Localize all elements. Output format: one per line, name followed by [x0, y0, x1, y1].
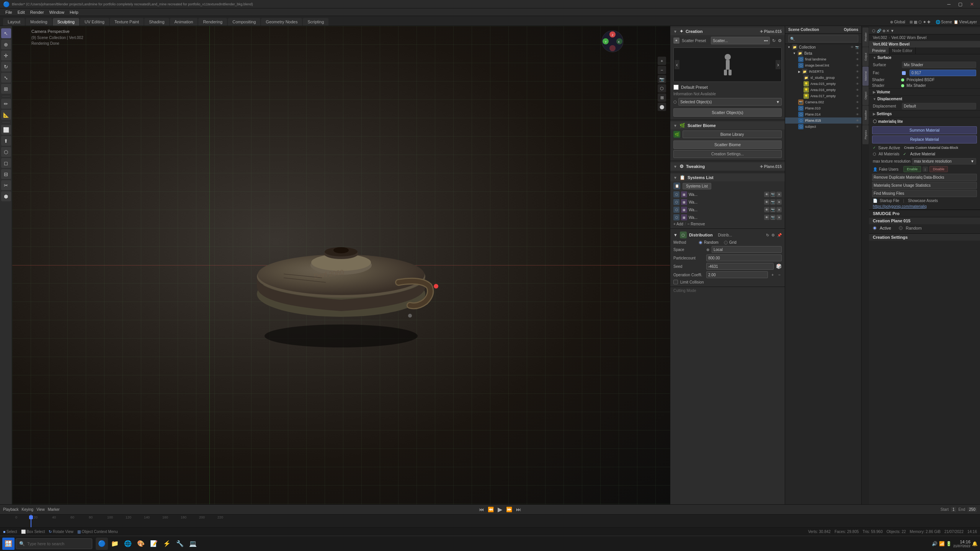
outliner-item-studio[interactable]: 📁 sl_studio_group 👁 [785, 75, 861, 81]
poly-build-tool[interactable]: ⬢ [1, 191, 11, 201]
prop-tab-material[interactable]: Material [862, 67, 869, 86]
viewport[interactable]: Dorf 2060 [12, 26, 670, 504]
viewport-gizmo[interactable]: Z Y X [601, 30, 624, 53]
surface-title[interactable]: ▼ Surface [869, 54, 980, 61]
close-btn[interactable]: ✕ [967, 1, 977, 8]
sys-vis-4[interactable]: 👁 [764, 215, 769, 220]
menu-render[interactable]: Render [28, 9, 46, 15]
eye-icon-2[interactable]: 👁 [856, 52, 859, 55]
select-tool[interactable]: ↖ [1, 28, 11, 38]
fac-value[interactable]: 0.917 [910, 70, 976, 76]
replace-material-btn[interactable]: Replace Material [872, 135, 977, 143]
taskbar-app2[interactable]: 🔧 [174, 538, 186, 550]
taskbar-notepad[interactable]: 📝 [148, 538, 160, 550]
preset-refresh[interactable]: ↻ [772, 38, 776, 43]
coeff-add[interactable]: + [770, 273, 775, 277]
skip-start-btn[interactable]: ⏮ [478, 506, 485, 513]
seed-value[interactable]: -4631 [706, 263, 774, 270]
maximize-btn[interactable]: ▢ [955, 1, 965, 8]
end-val[interactable]: 250 [967, 507, 977, 512]
notification-btn[interactable]: 🔔 [972, 541, 978, 546]
tab-scripting[interactable]: Scripting [303, 18, 328, 26]
random-radio-2[interactable] [899, 226, 903, 230]
coeff-value[interactable]: 2.00 [706, 271, 768, 278]
thumb-prev[interactable]: ‹ [675, 60, 679, 69]
sys-render-2[interactable]: 📷 [770, 199, 776, 205]
eye-icon[interactable]: 👁 [851, 46, 854, 49]
max-tex-dropdown[interactable]: max texture resolution ▼ [912, 158, 976, 165]
start-btn[interactable]: 🪟 [2, 538, 15, 550]
next-frame-btn[interactable]: ⏩ [505, 506, 513, 513]
timeline-track[interactable]: 0 20 40 60 80 100 120 140 160 180 200 22… [0, 515, 980, 527]
menu-window[interactable]: Window [47, 9, 67, 15]
transform-tool[interactable]: ⊞ [1, 84, 11, 94]
outliner-item-inserts[interactable]: ▶ 📁 INSERTS 👁 [785, 68, 861, 75]
sys-render-1[interactable]: 📷 [770, 192, 776, 197]
outliner-item-beta[interactable]: ▼ 📁 Beta 👁 [785, 50, 861, 56]
prop-tab-render[interactable]: Render [862, 28, 869, 47]
eye-icon-13[interactable]: 👁 [856, 119, 859, 122]
measure-tool[interactable]: 📐 [1, 110, 11, 120]
disable-btn[interactable]: Disable [929, 166, 948, 172]
sys-add-btn[interactable]: + Add [673, 222, 683, 226]
move-tool[interactable]: ✛ [1, 51, 11, 60]
breadcrumb-vert002[interactable]: Vert.002 [873, 36, 887, 40]
outliner-item-area017[interactable]: 💡 Area.017_empty 👁 [785, 93, 861, 99]
preset-settings[interactable]: ⚙ [778, 38, 782, 43]
settings-title[interactable]: ▶ Settings [869, 111, 980, 117]
dist-settings[interactable]: ⚙ [771, 233, 775, 237]
outliner-item-area016[interactable]: 💡 Area.016_empty 👁 [785, 87, 861, 93]
biome-library-btn[interactable]: Biome Library [683, 130, 782, 138]
outliner-item-subject[interactable]: ⬡ subject 👁 [785, 124, 861, 130]
creation-header[interactable]: ▼ ✦ Creation ✈ Plane.015 [670, 28, 785, 35]
enable-btn[interactable]: Enable [903, 166, 921, 172]
bevel-tool[interactable]: ◻ [1, 158, 11, 168]
tab-rendering[interactable]: Rendering [198, 18, 227, 26]
outliner-item-plane015[interactable]: ⬡ Plane.015 👁 [785, 117, 861, 124]
camera-view-btn[interactable]: 📷 [658, 75, 666, 83]
scatter-preset-dropdown[interactable]: Scatter... ••• [711, 37, 770, 44]
dist-header[interactable]: ▼ ⬡ Distribution Distrib... ↻ ⚙ 📌 [670, 230, 785, 240]
sys-vis-1[interactable]: 👁 [764, 192, 769, 197]
seed-dice[interactable]: 🎲 [776, 264, 782, 269]
random-radio[interactable] [699, 241, 702, 245]
taskbar-explorer[interactable]: 📁 [109, 538, 121, 550]
active-radio[interactable] [873, 226, 877, 230]
tab-modeling[interactable]: Modeling [26, 18, 52, 26]
thumb-next[interactable]: › [776, 60, 781, 69]
systems-list-btn[interactable]: Systems List [683, 183, 711, 189]
play-btn[interactable]: ▶ [497, 505, 503, 514]
prev-frame-btn[interactable]: ⏪ [487, 506, 495, 513]
eye-icon-3[interactable]: 👁 [856, 58, 859, 61]
stats-btn[interactable]: Materialiq Scene Usage Statistics [872, 182, 977, 189]
prop-tab-modifier[interactable]: Modifier [862, 106, 869, 125]
annotate-tool[interactable]: ✏ [1, 99, 11, 109]
sys-del-3[interactable]: ✕ [776, 207, 782, 212]
tab-texture-paint[interactable]: Texture Paint [110, 18, 144, 26]
eye-icon-7[interactable]: 👁 [856, 82, 859, 86]
sys-vis-2[interactable]: 👁 [764, 199, 769, 205]
eye-icon-5[interactable]: 👁 [856, 70, 859, 73]
scatter-biome-header[interactable]: ▼ 🌿 Scatter Biome [670, 122, 785, 129]
outliner-options[interactable]: Options [844, 28, 858, 32]
outliner-item-landmine[interactable]: ⬡ final landmine 👁 [785, 56, 861, 62]
coeff-minus[interactable]: − [777, 273, 782, 277]
eye-icon-6[interactable]: 👁 [856, 76, 859, 80]
menu-edit[interactable]: Edit [15, 9, 27, 15]
render-icon[interactable]: 📷 [855, 46, 859, 49]
zoom-in-btn[interactable]: + [658, 57, 666, 65]
taskbar-chrome[interactable]: 🌐 [122, 538, 134, 550]
tab-shading[interactable]: Shading [144, 18, 169, 26]
dup-mat-btn[interactable]: Remove Duplicate Materialiq Data-Blocks [872, 174, 977, 181]
node-tab-surface[interactable]: Node Editor [889, 47, 916, 54]
grid-radio[interactable] [724, 241, 728, 245]
taskbar-search[interactable]: 🔍 Type here to search [16, 538, 92, 549]
eye-icon-10[interactable]: 👁 [856, 101, 859, 104]
taskbar-photoshop[interactable]: 🎨 [135, 538, 147, 550]
display-mode-btn[interactable]: ⬡ [658, 84, 666, 93]
tweaking-header[interactable]: ▼ ⚙ Tweaking ✈ Plane.015 [670, 163, 785, 170]
scatter-obj-btn[interactable]: Scatter Object(s) [673, 108, 782, 117]
summon-material-btn[interactable]: Summon Material [872, 126, 977, 134]
outliner-item-camera[interactable]: 📷 Camera.002 👁 [785, 99, 861, 105]
eye-icon-8[interactable]: 👁 [856, 88, 859, 92]
